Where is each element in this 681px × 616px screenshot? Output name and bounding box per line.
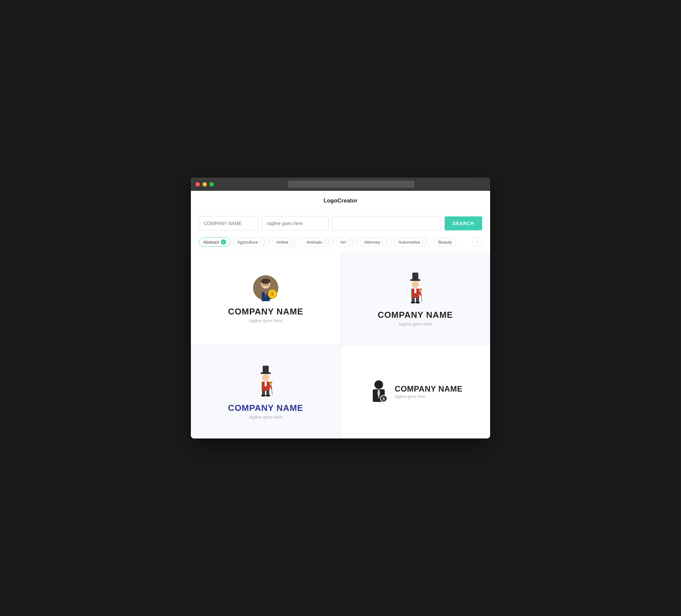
filter-label-airline: Airline xyxy=(276,240,288,245)
filter-chip-automotive[interactable]: Automotive ✓ xyxy=(394,237,431,247)
svg-point-2 xyxy=(261,279,270,284)
svg-line-33 xyxy=(271,384,272,395)
svg-rect-16 xyxy=(414,288,416,293)
logo-tagline-3: tagline goes here xyxy=(249,414,282,419)
logo-icon-2 xyxy=(402,271,429,306)
filter-label-agriculture: Agriculture xyxy=(237,240,258,245)
search-bar: SEARCH xyxy=(191,210,490,237)
check-icon-art: ✓ xyxy=(348,239,353,245)
logo-company-name-4: COMPANY NAME xyxy=(395,385,462,393)
check-icon-automotive: ✓ xyxy=(422,239,427,245)
svg-point-36 xyxy=(374,380,383,389)
logo-card-4[interactable]: $ COMPANY NAME tagline goes here xyxy=(340,345,490,438)
filter-bar: Abstract ✓ Agriculture ✓ Airline ✓ Anima… xyxy=(191,237,490,252)
svg-point-31 xyxy=(261,394,266,396)
svg-point-20 xyxy=(415,302,420,304)
url-bar[interactable] xyxy=(288,181,414,188)
close-button[interactable] xyxy=(196,182,200,186)
svg-rect-24 xyxy=(263,366,269,373)
logo-company-name-3: COMPANY NAME xyxy=(228,403,303,413)
logo-tagline-4: tagline goes here xyxy=(395,394,462,399)
filter-chip-agriculture[interactable]: Agriculture ✓ xyxy=(233,237,269,247)
logo-4-row: $ COMPANY NAME tagline goes here xyxy=(368,379,462,405)
app-title: LogoCreator xyxy=(191,191,490,210)
filter-label-beauty: Beauty xyxy=(438,240,452,245)
check-icon-attorney: ✓ xyxy=(382,239,387,245)
svg-text:$: $ xyxy=(383,397,385,401)
app-title-text: LogoCreator xyxy=(324,198,357,204)
logo-grid: $ COMPANY NAME tagline goes here xyxy=(191,252,490,438)
logo-tagline-1: tagline goes here xyxy=(249,318,282,323)
logo-icon-1: $ xyxy=(252,275,279,303)
filter-chip-beauty[interactable]: Beauty xyxy=(434,238,456,247)
svg-line-21 xyxy=(421,290,422,302)
filter-label-abstract: Abstract xyxy=(203,240,219,245)
check-icon-airline: ✓ xyxy=(290,239,295,245)
logo-company-name-2: COMPANY NAME xyxy=(378,310,453,320)
logo-card-1[interactable]: $ COMPANY NAME tagline goes here xyxy=(191,252,340,345)
filter-label-art: Art xyxy=(340,240,346,245)
logo-icon-3 xyxy=(252,364,279,399)
logo-company-name-1: COMPANY NAME xyxy=(228,307,303,317)
logo-card-3[interactable]: COMPANY NAME tagline goes here xyxy=(191,345,340,438)
company-name-input[interactable] xyxy=(199,216,259,230)
filter-chip-attorney[interactable]: Attorney ✓ xyxy=(360,237,392,247)
maximize-button[interactable] xyxy=(209,182,214,186)
svg-point-32 xyxy=(266,394,270,396)
svg-point-22 xyxy=(419,288,422,291)
filter-chip-art[interactable]: Art ✓ xyxy=(336,237,357,247)
filter-label-animals: Animals xyxy=(307,240,322,245)
extra-input[interactable] xyxy=(332,216,441,230)
svg-point-34 xyxy=(270,381,272,384)
search-button[interactable]: SEARCH xyxy=(445,216,482,230)
filter-next-arrow[interactable]: → xyxy=(472,237,482,247)
svg-point-19 xyxy=(411,302,415,304)
titlebar xyxy=(191,178,490,191)
filter-label-automotive: Automotive xyxy=(398,240,420,245)
filter-chip-abstract[interactable]: Abstract ✓ xyxy=(199,237,230,247)
app-content: LogoCreator SEARCH Abstract ✓ Agricultur… xyxy=(191,191,490,438)
svg-point-14 xyxy=(412,281,419,288)
svg-rect-12 xyxy=(412,273,418,280)
svg-text:$: $ xyxy=(271,291,274,297)
svg-rect-28 xyxy=(265,382,267,386)
filter-chip-airline[interactable]: Airline ✓ xyxy=(272,237,300,247)
svg-rect-25 xyxy=(261,372,271,374)
logo-4-text-block: COMPANY NAME tagline goes here xyxy=(395,385,462,399)
logo-card-2[interactable]: COMPANY NAME tagline goes here xyxy=(340,252,490,345)
svg-point-26 xyxy=(262,374,269,381)
check-icon-abstract: ✓ xyxy=(221,239,226,245)
check-icon-animals: ✓ xyxy=(324,239,329,245)
svg-rect-13 xyxy=(410,279,420,281)
app-window: LogoCreator SEARCH Abstract ✓ Agricultur… xyxy=(191,178,490,438)
minimize-button[interactable] xyxy=(202,182,207,186)
silhouette-icon: $ xyxy=(368,379,389,405)
logo-tagline-2: tagline goes here xyxy=(399,322,432,327)
filter-label-attorney: Attorney xyxy=(364,240,380,245)
filter-chip-animals[interactable]: Animals ✓ xyxy=(302,237,333,247)
check-icon-agriculture: ✓ xyxy=(260,239,265,245)
tagline-input[interactable] xyxy=(262,216,329,230)
